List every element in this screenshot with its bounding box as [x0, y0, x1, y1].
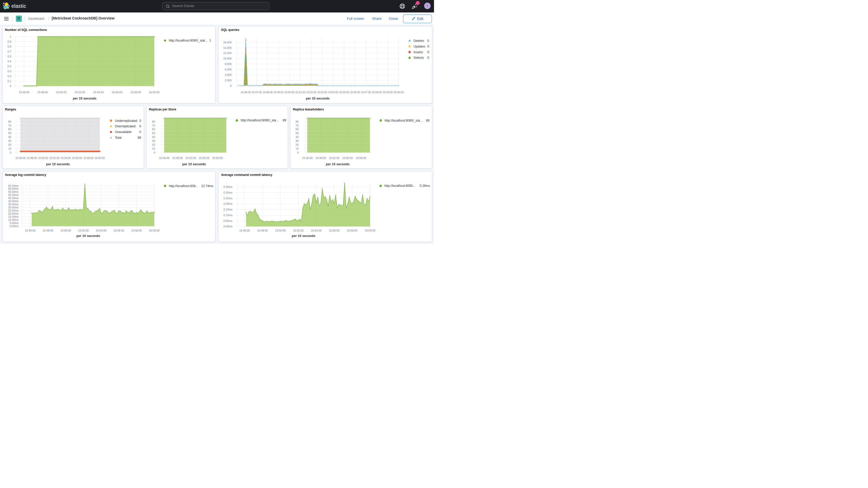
svg-text:per 10 seconds: per 10 seconds	[182, 162, 206, 166]
svg-text:20: 20	[296, 143, 299, 146]
svg-text:15:46:00: 15:46:00	[241, 91, 251, 94]
svg-text:10,000: 10,000	[223, 57, 231, 60]
svg-text:15:58:00: 15:58:00	[212, 156, 222, 159]
svg-text:15:56:00: 15:56:00	[350, 91, 360, 94]
svg-text:16,000: 16,000	[223, 40, 231, 44]
svg-text:0.9: 0.9	[7, 40, 11, 43]
svg-text:15.00ms: 15.00ms	[8, 215, 19, 218]
svg-text:45.00ms: 45.00ms	[8, 196, 19, 200]
svg-text:80: 80	[8, 120, 11, 123]
svg-text:15:46:00: 15:46:00	[159, 156, 169, 159]
svg-text:80: 80	[152, 120, 155, 123]
svg-text:15:58:00: 15:58:00	[347, 229, 357, 232]
svg-text:15:47:00: 15:47:00	[252, 91, 262, 94]
svg-text:15:50:00: 15:50:00	[284, 91, 294, 94]
svg-text:15:52:00: 15:52:00	[50, 157, 60, 159]
svg-text:65.00ms: 65.00ms	[8, 184, 19, 187]
svg-text:0.7: 0.7	[7, 50, 11, 53]
svg-text:0.8: 0.8	[7, 45, 11, 48]
svg-text:15:52:00: 15:52:00	[78, 229, 89, 232]
svg-text:15:48:00: 15:48:00	[27, 157, 37, 159]
svg-text:15:49:00: 15:49:00	[172, 156, 183, 159]
svg-text:0: 0	[297, 151, 299, 154]
svg-text:15:50:00: 15:50:00	[38, 157, 48, 159]
svg-text:15:50:00: 15:50:00	[60, 229, 71, 232]
svg-text:15:48:00: 15:48:00	[37, 90, 48, 94]
svg-text:15:50:00: 15:50:00	[56, 90, 66, 94]
svg-text:30: 30	[152, 139, 155, 143]
svg-text:per 10 seconds: per 10 seconds	[326, 162, 349, 166]
svg-text:60: 60	[8, 128, 11, 131]
svg-text:0.15ms: 0.15ms	[223, 208, 232, 211]
svg-text:70: 70	[296, 124, 299, 127]
svg-text:15:56:00: 15:56:00	[329, 229, 339, 232]
svg-text:30.00ms: 30.00ms	[8, 206, 19, 209]
svg-text:15:46:00: 15:46:00	[16, 157, 26, 159]
svg-text:20: 20	[8, 143, 11, 146]
svg-text:30: 30	[296, 139, 299, 143]
svg-text:15:50:00: 15:50:00	[275, 229, 286, 232]
svg-text:15:52:00: 15:52:00	[74, 90, 85, 94]
svg-text:0.4: 0.4	[7, 64, 11, 67]
svg-text:15:55:00: 15:55:00	[198, 156, 209, 159]
svg-text:6,000: 6,000	[225, 68, 231, 71]
svg-text:0.2: 0.2	[7, 74, 11, 78]
svg-text:15:58:00: 15:58:00	[83, 157, 93, 159]
svg-text:15:46:00: 15:46:00	[239, 229, 250, 232]
svg-text:40.00ms: 40.00ms	[8, 200, 19, 203]
svg-text:30: 30	[8, 139, 11, 143]
svg-text:0.00ms: 0.00ms	[10, 224, 19, 227]
svg-text:15:54:00: 15:54:00	[328, 91, 338, 94]
svg-text:0: 0	[10, 84, 11, 87]
svg-text:15:48:00: 15:48:00	[42, 229, 53, 232]
svg-text:0.6: 0.6	[7, 55, 11, 58]
svg-text:50: 50	[8, 131, 11, 134]
svg-text:20: 20	[152, 143, 155, 146]
svg-text:10: 10	[152, 147, 155, 150]
svg-text:4,000: 4,000	[225, 73, 231, 76]
svg-text:0.25ms: 0.25ms	[223, 197, 232, 200]
svg-text:15:54:00: 15:54:00	[93, 90, 104, 94]
svg-text:15:52:00: 15:52:00	[293, 229, 304, 232]
svg-text:16:00:00: 16:00:00	[365, 229, 375, 232]
svg-text:15:49:00: 15:49:00	[315, 156, 326, 159]
svg-text:15:48:00: 15:48:00	[262, 91, 273, 94]
svg-text:per 10 seconds: per 10 seconds	[73, 96, 96, 100]
svg-text:15:49:00: 15:49:00	[273, 91, 283, 94]
svg-text:15:51:00: 15:51:00	[295, 91, 305, 94]
svg-text:5.00ms: 5.00ms	[10, 221, 19, 224]
svg-text:15:46:00: 15:46:00	[25, 229, 35, 232]
svg-text:0.5: 0.5	[7, 60, 11, 63]
svg-text:0: 0	[153, 151, 155, 154]
svg-text:0.30ms: 0.30ms	[223, 191, 232, 194]
svg-text:0.20ms: 0.20ms	[223, 202, 232, 205]
svg-text:15:52:00: 15:52:00	[329, 156, 339, 159]
svg-text:10: 10	[8, 147, 11, 150]
svg-text:60: 60	[152, 128, 155, 131]
svg-text:15:58:00: 15:58:00	[131, 229, 142, 232]
svg-text:16:00:00: 16:00:00	[149, 90, 159, 94]
svg-text:per 10 seconds: per 10 seconds	[306, 96, 330, 100]
svg-text:15:46:00: 15:46:00	[19, 90, 29, 94]
svg-text:50.00ms: 50.00ms	[8, 193, 19, 196]
svg-text:80: 80	[296, 120, 299, 123]
svg-text:15:53:00: 15:53:00	[317, 91, 327, 94]
svg-text:0.05ms: 0.05ms	[223, 219, 232, 222]
svg-text:15:59:00: 15:59:00	[383, 91, 393, 94]
svg-text:15:56:00: 15:56:00	[113, 229, 124, 232]
svg-text:2,000: 2,000	[225, 79, 231, 82]
svg-text:15:58:00: 15:58:00	[355, 156, 366, 159]
svg-text:15:52:00: 15:52:00	[185, 156, 196, 159]
svg-text:14,000: 14,000	[223, 46, 231, 49]
svg-text:1: 1	[10, 35, 11, 38]
svg-text:0: 0	[230, 84, 231, 87]
svg-text:16:00:00: 16:00:00	[149, 229, 159, 232]
svg-text:15:57:00: 15:57:00	[361, 91, 371, 94]
svg-text:15:58:00: 15:58:00	[130, 90, 141, 94]
svg-text:70: 70	[152, 124, 155, 127]
svg-text:50: 50	[152, 131, 155, 134]
svg-text:15:54:00: 15:54:00	[96, 229, 106, 232]
svg-text:35.00ms: 35.00ms	[8, 203, 19, 206]
svg-text:0.35ms: 0.35ms	[223, 185, 232, 188]
svg-text:8,000: 8,000	[225, 62, 231, 65]
